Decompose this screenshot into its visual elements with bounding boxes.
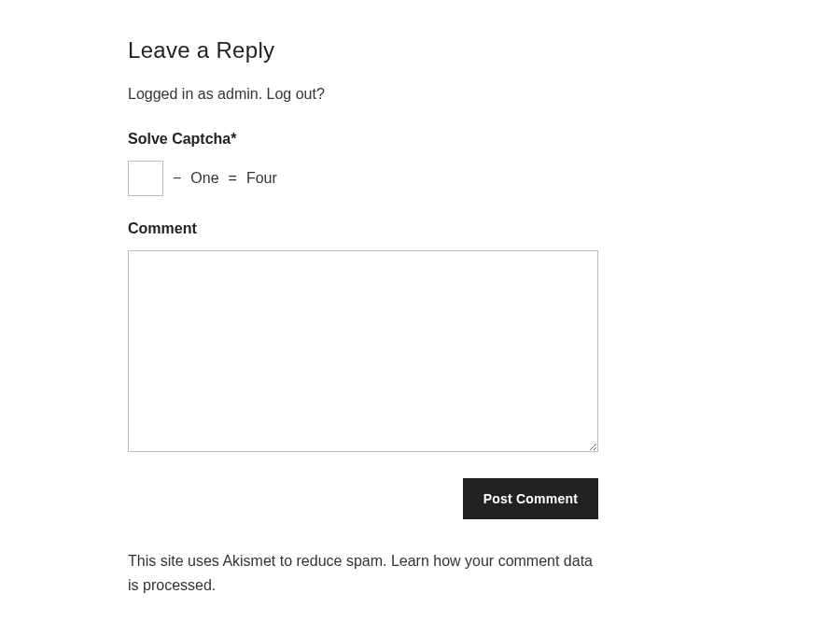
captcha-operand2: Four <box>246 170 277 187</box>
comment-label: Comment <box>128 220 598 237</box>
captcha-operand1: One <box>190 170 218 187</box>
captcha-minus: − <box>173 170 181 187</box>
logout-link[interactable]: Log out? <box>267 86 325 102</box>
captcha-label: Solve Captcha* <box>128 131 598 148</box>
post-comment-button[interactable]: Post Comment <box>463 478 598 519</box>
akismet-prefix: This site uses Akismet to reduce spam. <box>128 553 391 569</box>
captcha-input[interactable] <box>128 161 163 196</box>
captcha-row: − One = Four <box>128 161 598 196</box>
profile-link[interactable]: admin <box>217 86 259 102</box>
login-prefix: Logged in as <box>128 86 217 102</box>
reply-form-container: Leave a Reply Logged in as admin. Log ou… <box>128 37 598 597</box>
captcha-equals: = <box>229 170 237 187</box>
reply-title: Leave a Reply <box>128 37 598 64</box>
akismet-suffix: . <box>212 577 216 593</box>
comment-textarea[interactable] <box>128 250 598 452</box>
akismet-notice: This site uses Akismet to reduce spam. L… <box>128 549 598 597</box>
login-status: Logged in as admin. Log out? <box>128 86 598 103</box>
submit-row: Post Comment <box>128 478 598 519</box>
login-suffix: . <box>259 86 267 102</box>
